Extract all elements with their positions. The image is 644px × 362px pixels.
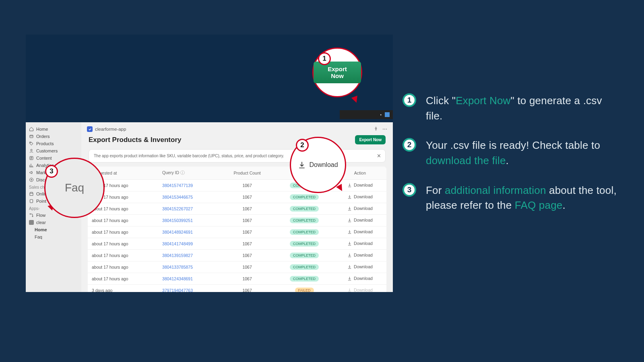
download-icon [347, 218, 352, 222]
step-number-badge: 1 [402, 93, 416, 107]
cell-count: 1067 [219, 273, 275, 285]
callout-number-1: 1 [318, 52, 331, 65]
status-badge: COMPLETED [290, 253, 319, 258]
sidebar-item-orders[interactable]: Orders [26, 133, 81, 140]
svg-rect-8 [29, 220, 34, 225]
download-link[interactable]: Download [347, 264, 373, 269]
close-icon[interactable]: ✕ [377, 153, 381, 159]
faq-callout-text: Faq [65, 181, 84, 194]
page-title: Export Products & Inventory [89, 136, 181, 144]
sidebar-item-clearforme[interactable]: clear [26, 219, 81, 226]
window-control-icon [385, 112, 390, 117]
sidebar-subitem-faq[interactable]: Faq [26, 233, 81, 241]
sidebar-item-products[interactable]: Products [26, 140, 81, 147]
download-icon [347, 288, 352, 292]
download-link[interactable]: Download [347, 229, 373, 234]
cell-count: 1067 [219, 250, 275, 261]
home-icon [29, 127, 34, 132]
query-id-link[interactable]: 3804139159827 [162, 253, 193, 258]
point-icon [29, 199, 34, 204]
info-banner-text: The app exports product information like… [94, 154, 284, 158]
app-title-bar: clearforme-app ⋯ [81, 122, 393, 134]
step-text: Your .csv file is ready! Check table to … [426, 138, 620, 168]
chart-icon [29, 163, 34, 168]
content-icon [29, 156, 34, 160]
cell-requested: about 17 hours ago [88, 273, 158, 285]
app-logo-icon [87, 126, 93, 132]
step-text: For additional information about the too… [426, 183, 620, 213]
callout-number-2: 2 [296, 139, 309, 152]
orders-icon [29, 134, 34, 139]
status-badge: COMPLETED [290, 229, 319, 235]
user-icon [29, 148, 34, 153]
cell-requested: 3 days ago [88, 285, 158, 292]
query-id-link[interactable]: 3804150399251 [162, 218, 193, 223]
table-row: about 17 hours ago 3804133785875 1067 CO… [88, 261, 386, 273]
svg-point-1 [30, 142, 31, 143]
app-title-text: clearforme-app [95, 127, 126, 132]
cell-count: 1067 [219, 261, 275, 273]
download-icon [347, 253, 352, 257]
svg-rect-5 [30, 200, 33, 203]
query-id-link[interactable]: 3804148924691 [162, 230, 193, 234]
download-icon [347, 241, 352, 246]
download-icon [298, 161, 306, 169]
info-icon[interactable]: ⓘ [180, 170, 185, 175]
table-row: about 17 hours ago 3804153446675 1067 CO… [88, 191, 386, 203]
sidebar-item-home[interactable]: Home [26, 125, 81, 133]
cell-count: 1067 [219, 180, 275, 191]
status-badge: COMPLETED [290, 241, 319, 247]
store-icon [29, 191, 34, 196]
callout-number-3: 3 [45, 165, 58, 178]
svg-point-7 [32, 216, 33, 217]
horn-icon [29, 170, 34, 175]
query-id-link[interactable]: 3804157477139 [162, 183, 193, 188]
disc-icon [29, 177, 34, 182]
table-row: about 17 hours ago 3804148924691 1067 CO… [88, 226, 386, 238]
download-icon [347, 195, 352, 199]
cell-count: 1067 [219, 203, 275, 215]
svg-point-6 [30, 214, 31, 214]
download-link[interactable]: Download [347, 241, 373, 246]
cell-requested: about 17 hours ago [88, 250, 158, 261]
tag-icon [29, 141, 34, 146]
status-badge: COMPLETED [290, 276, 319, 282]
col-query: Query ID ⓘ [158, 167, 219, 180]
export-now-button[interactable]: Export Now [355, 135, 386, 144]
query-id-link[interactable]: 3804152267027 [162, 206, 193, 211]
download-icon [347, 230, 352, 234]
instruction-step: 1 Click "Export Now" to generate a .csv … [402, 93, 620, 123]
table-row: about 17 hours ago 3804124348691 1067 CO… [88, 273, 386, 285]
query-id-link[interactable]: 3804153446675 [162, 195, 193, 200]
svg-point-2 [31, 149, 32, 151]
more-icon[interactable]: ⋯ [382, 126, 387, 132]
browser-urlbar: • [340, 110, 393, 119]
status-badge: COMPLETED [290, 218, 319, 223]
download-link[interactable]: Download [347, 218, 373, 222]
query-id-link[interactable]: 3797194047763 [162, 288, 193, 292]
query-id-link[interactable]: 3804141748499 [162, 241, 193, 246]
query-id-link[interactable]: 3804133785875 [162, 265, 193, 269]
download-link[interactable]: Download [347, 253, 373, 257]
cell-count: 1067 [219, 285, 275, 292]
sidebar-item-customers[interactable]: Customers [26, 147, 81, 154]
download-link[interactable]: Download [347, 183, 373, 187]
download-link[interactable]: Download [347, 206, 373, 211]
download-link: Download [347, 288, 373, 292]
pin-icon[interactable] [374, 126, 378, 132]
export-now-button-callout[interactable]: Export Now [314, 62, 361, 83]
sidebar-subitem-home[interactable]: Home [26, 226, 81, 233]
app-icon [29, 220, 34, 225]
table-row: 3 days ago 3797194047763 1067 FAILED Dow… [88, 285, 386, 292]
step-text: Click "Export Now" to generate a .csv fi… [426, 93, 620, 123]
download-link[interactable]: Download [347, 194, 373, 199]
cell-count: 1067 [219, 238, 275, 250]
cell-requested: about 17 hours ago [88, 238, 158, 250]
download-link[interactable]: Download [347, 276, 373, 281]
table-row: about 17 hours ago 3804139159827 1067 CO… [88, 250, 386, 261]
status-badge: COMPLETED [290, 264, 319, 270]
download-icon [347, 265, 352, 269]
download-link-callout[interactable]: Download [298, 161, 338, 169]
flow-icon [29, 213, 34, 218]
query-id-link[interactable]: 3804124348691 [162, 276, 193, 281]
